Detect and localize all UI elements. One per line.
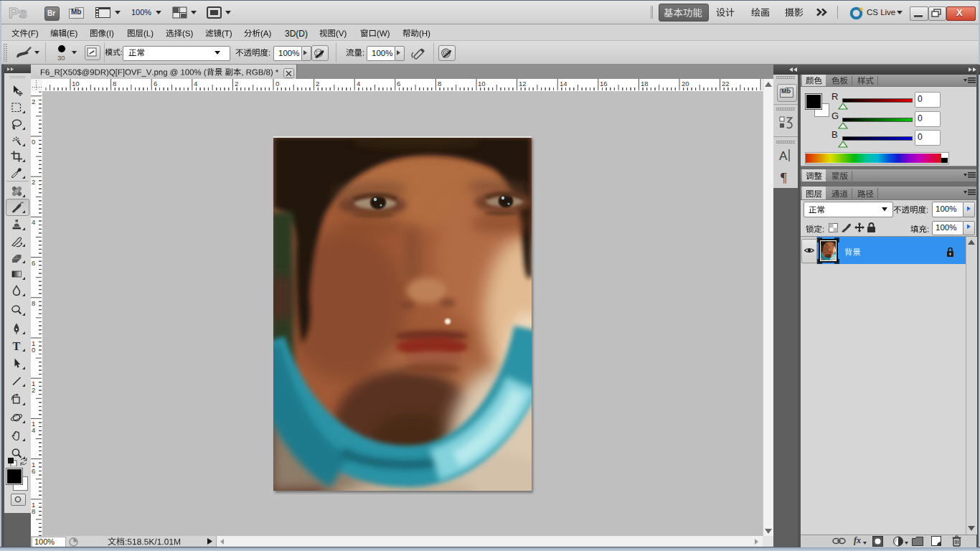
svg-text:6: 6 bbox=[32, 259, 35, 267]
svg-text:0: 0 bbox=[32, 138, 35, 146]
svg-text:18: 18 bbox=[641, 80, 649, 88]
svg-text:4: 4 bbox=[32, 426, 35, 434]
svg-text:2: 2 bbox=[32, 98, 35, 105]
svg-text:6: 6 bbox=[32, 467, 35, 475]
svg-text:2: 2 bbox=[316, 80, 319, 88]
svg-text:14: 14 bbox=[560, 80, 567, 88]
svg-text:4: 4 bbox=[194, 80, 197, 88]
svg-text:4: 4 bbox=[32, 218, 35, 226]
svg-text:2: 2 bbox=[32, 178, 35, 186]
svg-text:8: 8 bbox=[113, 80, 116, 88]
svg-text:0: 0 bbox=[32, 346, 35, 354]
svg-text:T: T bbox=[13, 340, 21, 352]
svg-text:A: A bbox=[779, 149, 788, 163]
svg-text:6: 6 bbox=[154, 80, 157, 88]
svg-text:22: 22 bbox=[722, 80, 730, 88]
svg-text:8: 8 bbox=[32, 299, 35, 307]
svg-text:8: 8 bbox=[438, 80, 441, 88]
svg-text:0: 0 bbox=[275, 80, 279, 88]
svg-text:20: 20 bbox=[682, 80, 689, 88]
svg-text:4: 4 bbox=[357, 80, 360, 88]
svg-text:10: 10 bbox=[72, 80, 80, 88]
svg-text:2: 2 bbox=[32, 386, 35, 394]
svg-text:16: 16 bbox=[600, 80, 608, 88]
svg-text:10: 10 bbox=[478, 80, 486, 88]
svg-text:¶: ¶ bbox=[781, 170, 787, 184]
svg-text:8: 8 bbox=[32, 507, 35, 515]
svg-text:6: 6 bbox=[397, 80, 400, 88]
svg-text:12: 12 bbox=[519, 80, 527, 88]
svg-text:2: 2 bbox=[235, 80, 238, 88]
